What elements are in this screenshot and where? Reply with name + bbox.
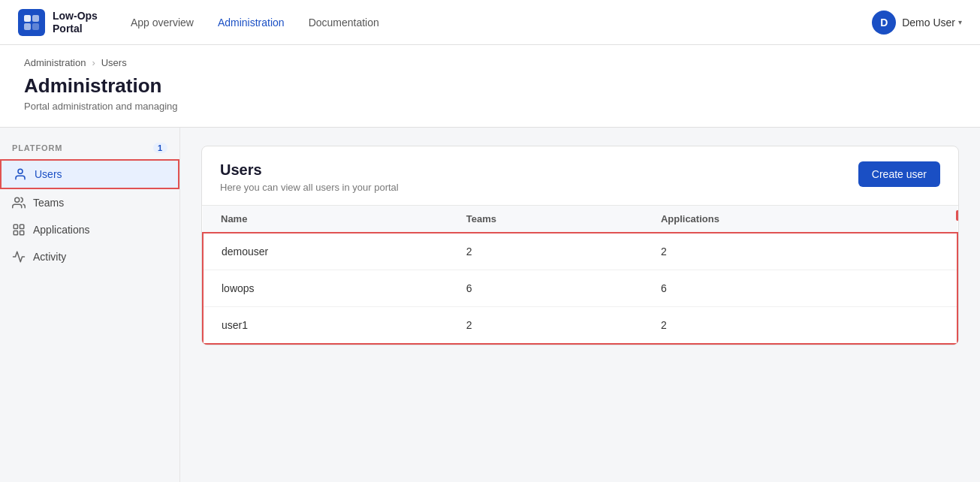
- table-header-row: Name Teams Applications 2: [203, 206, 957, 233]
- sidebar-item-teams[interactable]: Teams: [0, 189, 179, 216]
- sidebar-applications-label: Applications: [33, 224, 90, 236]
- cell-name-demouser: demouser: [203, 233, 448, 270]
- table-row[interactable]: user1 2 2: [203, 307, 957, 345]
- users-card-title: Users: [220, 161, 399, 179]
- sidebar-teams-label: Teams: [33, 197, 64, 209]
- create-user-button[interactable]: Create user: [858, 161, 940, 187]
- users-card: Users Here you can view all users in you…: [201, 146, 959, 345]
- cell-name-user1: user1: [203, 307, 448, 345]
- nav-documentation[interactable]: Documentation: [300, 11, 388, 35]
- col-applications: Applications: [643, 206, 921, 233]
- cell-extra-demouser: [921, 233, 957, 270]
- table-row[interactable]: demouser 2 2: [203, 233, 957, 270]
- users-table-body: demouser 2 2 lowops 6 6 user1 2 2: [203, 233, 957, 344]
- cell-applications-demouser: 2: [643, 233, 921, 270]
- sidebar-section-badge: 1: [153, 143, 167, 153]
- svg-rect-6: [14, 224, 17, 228]
- users-table: Name Teams Applications 2 demouser 2 2: [202, 206, 958, 345]
- col-name: Name: [203, 206, 448, 233]
- page-subtitle: Portal administration and managing: [24, 101, 956, 112]
- cell-applications-user1: 2: [643, 307, 921, 345]
- logo-icon: [18, 9, 45, 36]
- sidebar: PLATFORM 1 Users Teams: [0, 128, 180, 482]
- breadcrumb-administration[interactable]: Administration: [24, 57, 86, 68]
- cell-teams-demouser: 2: [448, 233, 643, 270]
- col-teams: Teams: [448, 206, 643, 233]
- main-layout: PLATFORM 1 Users Teams: [0, 128, 980, 482]
- user-icon: [14, 167, 27, 181]
- user-name-label: Demo User: [902, 17, 955, 29]
- top-navigation: Low-Ops Portal App overview Administrati…: [0, 0, 980, 45]
- user-avatar: D: [872, 11, 896, 35]
- cell-teams-lowops: 6: [448, 270, 643, 307]
- logo: Low-Ops Portal: [18, 9, 98, 36]
- main-content: Users Here you can view all users in you…: [180, 128, 980, 482]
- cell-extra-user1: [921, 307, 957, 345]
- page-title: Administration: [24, 74, 956, 98]
- teams-icon: [12, 196, 26, 209]
- activity-icon: [12, 250, 26, 264]
- sidebar-section-platform: PLATFORM 1: [0, 143, 179, 159]
- breadcrumb: Administration › Users: [24, 57, 956, 68]
- chevron-down-icon: ▾: [958, 18, 962, 26]
- sidebar-item-activity[interactable]: Activity: [0, 243, 179, 270]
- svg-rect-3: [32, 23, 39, 30]
- sidebar-item-applications[interactable]: Applications: [0, 216, 179, 243]
- page-header: Administration › Users Administration Po…: [0, 45, 980, 128]
- svg-point-5: [15, 197, 20, 202]
- cell-name-lowops: lowops: [203, 270, 448, 307]
- cell-teams-user1: 2: [448, 307, 643, 345]
- col-annotation: 2: [921, 206, 957, 233]
- nav-left: Low-Ops Portal App overview Administrati…: [18, 9, 388, 36]
- users-card-subtitle: Here you can view all users in your port…: [220, 182, 399, 193]
- annotation-badge: 2: [956, 210, 959, 221]
- table-row[interactable]: lowops 6 6: [203, 270, 957, 307]
- logo-text: Low-Ops Portal: [53, 10, 98, 35]
- svg-rect-2: [24, 23, 31, 30]
- nav-links: App overview Administration Documentatio…: [122, 11, 388, 35]
- svg-rect-1: [32, 15, 39, 22]
- svg-point-4: [18, 169, 23, 173]
- sidebar-activity-label: Activity: [33, 251, 66, 263]
- nav-administration[interactable]: Administration: [209, 11, 294, 35]
- nav-right: D Demo User ▾: [872, 11, 962, 35]
- sidebar-users-label: Users: [35, 168, 62, 180]
- breadcrumb-users: Users: [101, 57, 127, 68]
- applications-icon: [12, 223, 26, 236]
- users-card-header: Users Here you can view all users in you…: [202, 146, 958, 206]
- sidebar-item-users[interactable]: Users: [0, 159, 179, 189]
- svg-rect-9: [20, 231, 24, 235]
- cell-extra-lowops: [921, 270, 957, 307]
- nav-app-overview[interactable]: App overview: [122, 11, 203, 35]
- svg-rect-7: [20, 224, 24, 228]
- users-card-title-area: Users Here you can view all users in you…: [220, 161, 399, 193]
- svg-rect-8: [14, 231, 17, 235]
- cell-applications-lowops: 6: [643, 270, 921, 307]
- breadcrumb-separator: ›: [92, 57, 95, 68]
- user-menu[interactable]: Demo User ▾: [902, 17, 962, 29]
- users-table-head: Name Teams Applications 2: [203, 206, 957, 233]
- svg-rect-0: [24, 15, 31, 22]
